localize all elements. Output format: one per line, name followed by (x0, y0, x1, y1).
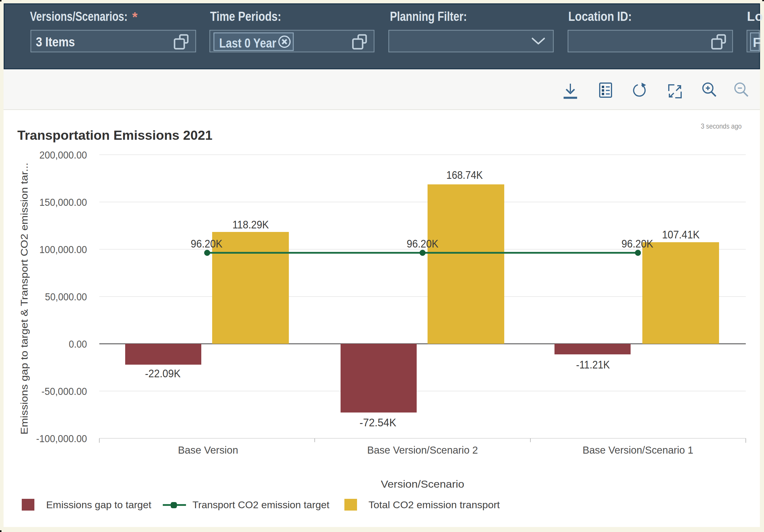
svg-text:-72.54K: -72.54K (360, 417, 396, 429)
svg-text:96.20K: 96.20K (622, 238, 653, 250)
svg-text:Base Version/Scenario 2: Base Version/Scenario 2 (367, 444, 478, 456)
svg-text:96.20K: 96.20K (191, 238, 222, 250)
svg-text:96.20K: 96.20K (407, 238, 439, 250)
svg-text:Versions/Scenarios:: Versions/Scenarios: (30, 9, 127, 24)
svg-text:Last 0 Year: Last 0 Year (219, 36, 276, 50)
svg-text:3 Items: 3 Items (36, 35, 75, 49)
svg-text:100,000.00: 100,000.00 (39, 244, 87, 255)
svg-text:F: F (753, 35, 761, 50)
svg-text:*: * (132, 9, 137, 25)
svg-text:Planning Filter:: Planning Filter: (390, 9, 467, 24)
svg-text:Emissions gap to target & Tran: Emissions gap to target & Transport CO2 … (19, 163, 30, 435)
svg-text:Base Version/Scenario 1: Base Version/Scenario 1 (583, 444, 693, 456)
svg-text:3 seconds ago: 3 seconds ago (701, 122, 742, 130)
svg-text:Transportation Emissions 2021: Transportation Emissions 2021 (17, 128, 212, 142)
svg-text:118.29K: 118.29K (233, 219, 269, 231)
svg-text:Time Periods:: Time Periods: (210, 9, 281, 24)
svg-text:0.00: 0.00 (69, 338, 87, 350)
svg-text:Base Version: Base Version (178, 444, 238, 456)
svg-text:Total CO2 emission transport: Total CO2 emission transport (368, 499, 500, 510)
svg-text:168.74K: 168.74K (446, 169, 483, 181)
svg-text:Lo: Lo (747, 9, 763, 24)
svg-text:Location ID:: Location ID: (568, 9, 632, 24)
svg-text:200,000.00: 200,000.00 (39, 149, 87, 161)
svg-text:Version/Scenario: Version/Scenario (381, 478, 464, 490)
svg-text:Transport CO2 emission target: Transport CO2 emission target (192, 499, 330, 510)
svg-text:50,000.00: 50,000.00 (45, 291, 87, 302)
svg-text:-100,000.00: -100,000.00 (36, 433, 87, 444)
svg-text:-50,000.00: -50,000.00 (42, 385, 87, 397)
svg-text:150,000.00: 150,000.00 (39, 197, 87, 208)
svg-text:107.41K: 107.41K (662, 229, 700, 241)
svg-text:Emissions gap to target: Emissions gap to target (46, 499, 152, 510)
svg-text:-22.09K: -22.09K (145, 368, 181, 380)
svg-text:-11.21K: -11.21K (576, 359, 610, 371)
